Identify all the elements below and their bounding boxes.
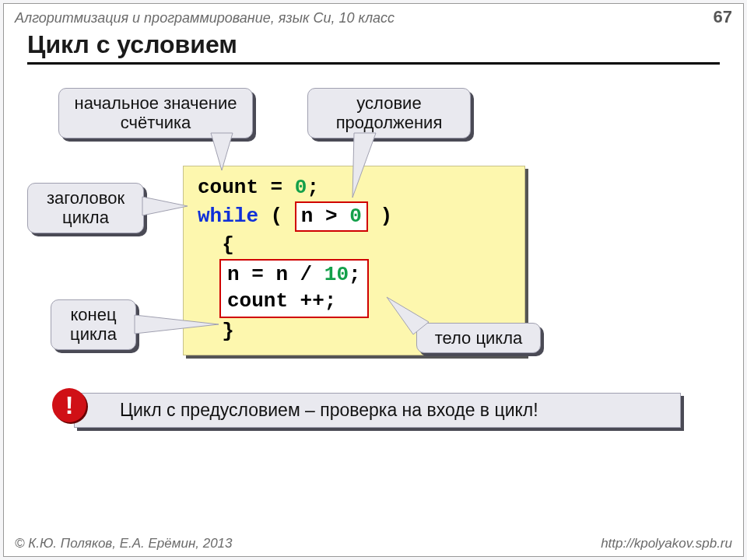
slide: Алгоритмизация и программирование, язык … <box>3 3 744 557</box>
pointer-icon <box>346 133 377 198</box>
header-bar: Алгоритмизация и программирование, язык … <box>4 4 743 27</box>
callout-loop-body: тело цикла <box>416 323 541 353</box>
svg-marker-2 <box>142 197 188 215</box>
code-line-2: while ( n > 0 ) <box>198 201 510 232</box>
code-punct: ; <box>307 176 319 199</box>
condition-box: n > 0 <box>295 201 368 232</box>
svg-marker-3 <box>135 315 219 334</box>
code-expr: count ++; <box>227 289 336 313</box>
code-expr: n > <box>301 205 349 228</box>
code-expr: n = n / <box>227 263 324 286</box>
code-num: 0 <box>349 205 362 228</box>
slide-title: Цикл с условием <box>27 30 720 65</box>
svg-marker-4 <box>387 297 429 334</box>
code-punct: ( <box>258 205 295 228</box>
content-area: начальное значение счётчика условие прод… <box>4 74 743 533</box>
pointer-icon <box>385 296 432 334</box>
callout-loop-header: заголовок цикла <box>27 183 144 233</box>
code-keyword: while <box>198 205 258 228</box>
page-number: 67 <box>714 7 732 27</box>
body-box: n = n / 10; count ++; <box>219 259 369 318</box>
code-var: count <box>198 176 258 199</box>
pointer-icon <box>135 315 220 334</box>
code-num: 10 <box>324 263 349 286</box>
svg-marker-0 <box>211 133 233 170</box>
note-bar: Цикл с предусловием – проверка на входе … <box>74 393 681 428</box>
callout-condition: условие продолжения <box>307 88 471 138</box>
course-name: Алгоритмизация и программирование, язык … <box>15 10 395 26</box>
footer-author: © К.Ю. Поляков, Е.А. Ерёмин, 2013 <box>15 536 233 551</box>
pointer-icon <box>142 197 189 215</box>
exclamation-icon: ! <box>52 388 86 422</box>
footer-bar: © К.Ю. Поляков, Е.А. Ерёмин, 2013 http:/… <box>15 536 732 551</box>
callout-loop-end: конец цикла <box>51 299 136 350</box>
code-punct: ; <box>349 263 361 286</box>
footer-url: http://kpolyakov.spb.ru <box>601 536 732 551</box>
code-punct: ) <box>368 205 392 228</box>
pointer-icon <box>206 133 237 172</box>
code-body-wrap: n = n / 10; count ++; <box>219 259 510 318</box>
note-text: Цикл с предусловием – проверка на входе … <box>120 400 538 420</box>
code-op: = <box>258 176 295 199</box>
code-num: 0 <box>295 176 307 199</box>
svg-marker-1 <box>352 133 376 198</box>
callout-initial-value: начальное значение счётчика <box>58 88 253 138</box>
code-line-3: { <box>198 232 510 259</box>
